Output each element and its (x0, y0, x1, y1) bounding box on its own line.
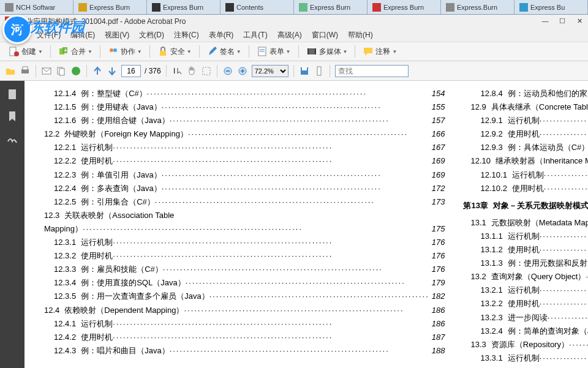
web-icon[interactable] (70, 66, 81, 77)
signatures-icon[interactable] (6, 132, 18, 145)
search-input[interactable] (335, 65, 409, 77)
svg-rect-7 (519, 3, 528, 12)
toc-line: 13.3.1运行机制229 (463, 351, 588, 365)
email-icon[interactable] (41, 66, 52, 77)
sign-button[interactable]: 签名▼ (203, 45, 245, 58)
create-icon (9, 46, 20, 57)
svg-rect-1 (78, 3, 87, 12)
browser-tab[interactable]: Express Burn (294, 0, 368, 14)
merge-button[interactable]: + 合并▼ (55, 45, 96, 58)
pages-icon[interactable] (56, 66, 67, 77)
collab-button[interactable]: 协作▼ (104, 45, 146, 58)
browser-tab[interactable]: NCH Softwar (0, 0, 74, 14)
secure-button[interactable]: 安全▼ (154, 45, 195, 58)
zoom-in-icon[interactable] (237, 66, 248, 77)
tab-favicon (225, 3, 234, 12)
forms-button[interactable]: 表单▼ (253, 45, 295, 58)
toc-line: 12.3.5例：用一次查询查多个雇员（Java）182 (37, 290, 445, 303)
toc-line: 12.1.5例：使用键表（Java）155 (37, 100, 445, 114)
svg-rect-24 (23, 67, 28, 70)
menu-view[interactable]: 视图(V) (100, 30, 134, 40)
menu-tools[interactable]: 工具(T) (238, 30, 272, 40)
svg-rect-37 (302, 67, 307, 70)
toc-line: 12.9.2使用时机210 (463, 127, 588, 141)
svg-rect-4 (299, 3, 307, 12)
marquee-icon[interactable] (201, 66, 212, 77)
title-bar: 企业应用架构模式_201004.pdf - Adobe Acrobat Pro … (0, 15, 588, 28)
page-total: / 376 (145, 67, 161, 75)
save-icon[interactable] (299, 66, 310, 77)
print-icon[interactable] (20, 66, 31, 77)
create-button[interactable]: 创建▼ (5, 45, 47, 58)
menu-document[interactable]: 文档(D) (134, 30, 169, 40)
toc-line: 12.2.2使用时机169 (37, 154, 445, 168)
zoom-select[interactable]: 72.2% (252, 65, 288, 77)
document-view[interactable]: 12.1.4例：整型键（C#）15412.1.5例：使用键表（Java）1551… (24, 81, 588, 368)
browser-tab[interactable]: Express.Burn (441, 0, 514, 14)
film-icon (306, 46, 317, 57)
toc-line: 13.1.3例：使用元数据和反射（Java）219 (463, 257, 588, 270)
menu-window[interactable]: 窗口(W) (307, 30, 343, 40)
bookmarks-icon[interactable] (6, 110, 18, 122)
toc-line: 12.3.2使用时机176 (37, 249, 445, 263)
menu-forms[interactable]: 表单(R) (204, 30, 239, 40)
menu-advanced[interactable]: 高级(A) (273, 30, 307, 40)
browser-tab[interactable]: Express Bu (514, 0, 588, 14)
acrobat-window: 企业应用架构模式_201004.pdf - Adobe Acrobat Pro … (0, 15, 588, 368)
window-title: 企业应用架构模式_201004.pdf - Adobe Acrobat Pro (18, 17, 186, 27)
svg-rect-27 (59, 69, 64, 75)
toc-line: 12.10.2使用时机216 (463, 182, 588, 195)
page-input[interactable] (121, 65, 141, 77)
svg-rect-21 (307, 48, 309, 54)
pdf-page: 12.1.4例：整型键（C#）15412.1.5例：使用键表（Java）1551… (24, 81, 588, 368)
prev-page-icon[interactable] (92, 66, 103, 77)
toc-column-left: 12.1.4例：整型键（C#）15412.1.5例：使用键表（Java）1551… (37, 87, 445, 368)
svg-rect-20 (307, 48, 316, 54)
menu-edit[interactable]: 编辑(E) (66, 30, 100, 40)
minimize-button[interactable]: — (537, 15, 554, 27)
svg-rect-0 (5, 3, 13, 12)
multimedia-button[interactable]: 多媒体▼ (303, 45, 352, 58)
tab-favicon (372, 3, 381, 12)
toc-line: 13.1元数据映射（Metadata Mapping）217 (463, 216, 588, 230)
menu-comment[interactable]: 注释(C) (169, 30, 204, 40)
zoom-out-icon[interactable] (222, 66, 233, 77)
menu-file[interactable]: 文件(F) (32, 30, 66, 40)
browser-tab[interactable]: Express Burn (74, 0, 147, 14)
toc-line: 12.1.6例：使用组合键（Java）157 (37, 114, 445, 127)
open-icon[interactable] (5, 66, 16, 77)
svg-rect-39 (9, 89, 16, 99)
toc-line: 12.10继承映射器（Inheritance Mappers）214 (463, 154, 588, 168)
svg-rect-16 (160, 51, 166, 56)
tab-favicon (299, 3, 307, 12)
hand-icon[interactable] (186, 66, 197, 77)
browser-tab[interactable]: Contents (221, 0, 294, 14)
close-button[interactable]: ✕ (571, 15, 588, 27)
next-page-icon[interactable] (107, 66, 118, 77)
svg-text:+: + (64, 47, 67, 54)
lock-icon (157, 46, 168, 57)
browser-tab[interactable]: Express Burn (368, 0, 441, 14)
select-icon[interactable]: I (172, 66, 183, 77)
thumbnails-icon[interactable] (6, 88, 18, 100)
browser-tab[interactable]: Express Burn (147, 0, 221, 14)
svg-rect-30 (203, 67, 210, 75)
forms-icon (257, 46, 268, 57)
svg-rect-38 (317, 67, 321, 75)
toc-line: 12.3.4例：使用直接的SQL（Java）179 (37, 276, 445, 290)
browser-tabs: NCH SoftwarExpress BurnExpress BurnConte… (0, 0, 588, 15)
toc-line: 13.2查询对象（Query Object）224 (463, 270, 588, 284)
comment-button[interactable]: 注释▼ (359, 45, 401, 58)
menu-help[interactable]: 帮助(H) (343, 30, 378, 40)
collab-icon (108, 46, 119, 57)
menu-bar: 文件(F) 编辑(E) 视图(V) 文档(D) 注释(C) 表单(R) 工具(T… (0, 28, 588, 42)
svg-point-15 (113, 48, 117, 52)
toc-line: 13.1.2使用时机218 (463, 243, 588, 257)
svg-point-14 (110, 48, 113, 52)
toc-column-right: 12.8.4例：运动员和他们的家属（C#）20312.9具体表继承（Concre… (463, 87, 588, 368)
scroll-icon[interactable] (314, 66, 325, 77)
svg-rect-3 (225, 3, 234, 12)
toc-line: 第13章对象－关系元数据映射模式217 (463, 199, 588, 212)
merge-icon: + (58, 46, 69, 57)
maximize-button[interactable]: ☐ (554, 15, 571, 27)
